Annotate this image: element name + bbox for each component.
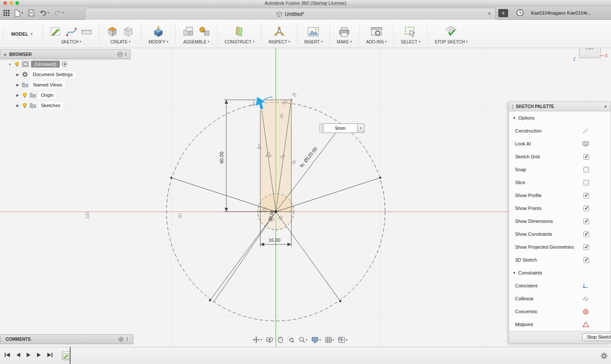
display-settings-tool[interactable]: ▾ xyxy=(312,337,321,343)
concentric-constraint-icon[interactable] xyxy=(583,308,589,315)
ribbon-group-create[interactable]: CREATE▾ xyxy=(99,20,141,48)
undo-button[interactable]: ▾ xyxy=(40,10,49,16)
tab-close-icon[interactable]: × xyxy=(488,10,491,17)
spline-icon[interactable] xyxy=(66,26,77,37)
browser-item-sketches[interactable]: ▶ Sketches xyxy=(0,100,130,111)
new-component-icon[interactable] xyxy=(182,25,194,37)
input-drag-handle[interactable] xyxy=(319,123,323,133)
tree-collapsed-icon[interactable]: ▶ xyxy=(15,104,20,108)
ribbon-group-modify[interactable]: MODIFY▾ xyxy=(142,20,175,48)
zoom-window-tool[interactable] xyxy=(287,336,294,343)
create-box-lattice-icon[interactable] xyxy=(122,25,134,37)
stop-sketch-button[interactable]: Stop Sketch xyxy=(582,333,611,341)
collinear-constraint-icon[interactable] xyxy=(583,296,589,302)
show-dimensions-checkbox[interactable]: ✓ xyxy=(583,219,589,224)
ribbon-group-addins[interactable]: ADD-INS▾ xyxy=(359,20,394,48)
ribbon-group-sketch[interactable]: SKETCH▾ xyxy=(43,20,99,48)
redo-button[interactable]: ▾ xyxy=(54,10,64,16)
tree-collapsed-icon[interactable]: ▶ xyxy=(15,93,20,97)
go-to-start-icon[interactable] xyxy=(4,352,10,358)
sketch-palette-header[interactable]: SKETCH PALETTE ► xyxy=(509,102,611,111)
visibility-bulb-icon[interactable] xyxy=(22,103,28,108)
look-at-icon[interactable] xyxy=(582,141,589,147)
timeline-position-marker[interactable] xyxy=(70,347,71,364)
tree-collapsed-icon[interactable]: ▶ xyxy=(15,83,20,87)
ribbon-group-select[interactable]: SELECT▾ xyxy=(394,20,427,48)
construction-line-icon[interactable] xyxy=(582,128,589,134)
visibility-bulb-icon[interactable] xyxy=(14,62,20,67)
ribbon-group-assemble[interactable]: ASSEMBLE▾ xyxy=(176,20,217,48)
palette-row-show-constraints[interactable]: Show Constraints ✓ xyxy=(509,228,611,241)
3d-print-icon[interactable] xyxy=(338,26,350,37)
zoom-tool[interactable]: ▾ xyxy=(299,336,308,343)
app-grid-icon[interactable] xyxy=(3,10,9,16)
snap-checkbox[interactable]: ✓ xyxy=(583,167,589,173)
ribbon-group-inspect[interactable]: INSPECT▾ xyxy=(262,20,297,48)
tree-collapsed-icon[interactable]: ▶ xyxy=(15,73,20,77)
visibility-bulb-icon[interactable] xyxy=(22,93,28,98)
pan-tool[interactable] xyxy=(277,336,283,343)
create-form-icon[interactable] xyxy=(106,25,118,37)
ribbon-group-make[interactable]: MAKE▾ xyxy=(330,20,359,48)
palette-row-sketch-grid[interactable]: Sketch Grid ✓ xyxy=(509,150,611,163)
comments-bar[interactable]: COMMENTS ⁞ xyxy=(0,334,133,344)
display-settings-icon[interactable] xyxy=(117,52,123,57)
step-back-icon[interactable] xyxy=(16,352,21,358)
timeline-settings-gear[interactable] xyxy=(601,352,608,361)
go-to-end-icon[interactable] xyxy=(47,352,53,358)
sketch-icon[interactable] xyxy=(50,25,62,37)
construction-plane-icon[interactable] xyxy=(233,25,245,37)
panel-expand-icon[interactable]: ► xyxy=(604,105,608,108)
collapse-panel-icon[interactable]: « xyxy=(4,52,6,57)
palette-section-constraints[interactable]: ▾ Constraints xyxy=(509,266,611,279)
palette-row-show-dimensions[interactable]: Show Dimensions ✓ xyxy=(509,215,611,228)
midpoint-constraint-icon[interactable] xyxy=(583,321,589,327)
joint-icon[interactable] xyxy=(198,25,210,37)
select-icon[interactable] xyxy=(404,26,417,37)
dimension-value-input[interactable] xyxy=(323,123,358,133)
browser-root-row[interactable]: ▾ (Unsaved) xyxy=(0,59,130,69)
sketch-grid-checkbox[interactable]: ✓ xyxy=(583,154,589,160)
palette-row-midpoint[interactable]: Midpoint xyxy=(509,318,611,331)
recent-activity-clock-icon[interactable] xyxy=(516,9,524,18)
browser-item-label[interactable]: Named Views xyxy=(31,81,65,88)
document-tab[interactable]: Untitled* × xyxy=(85,8,496,20)
browser-item-label[interactable]: Origin xyxy=(38,92,56,99)
show-projected-geometries-checkbox[interactable]: ✓ xyxy=(583,244,589,250)
viewports-tool[interactable]: ▾ xyxy=(338,337,348,343)
user-account-menu[interactable]: Kae0104nagano Kae0104r... xyxy=(531,6,591,20)
browser-item-named-views[interactable]: ▶ Named Views xyxy=(0,80,130,90)
browser-item-origin[interactable]: ▶ Origin xyxy=(0,90,130,100)
add-comment-icon[interactable] xyxy=(118,337,123,342)
profile-rectangle[interactable] xyxy=(260,100,291,212)
dimension-unit-dropdown[interactable]: ▾ xyxy=(358,123,364,133)
play-icon[interactable] xyxy=(26,352,31,358)
workspace-selector[interactable]: MODEL ▾ xyxy=(3,20,43,48)
slice-checkbox[interactable]: ✓ xyxy=(583,180,589,185)
browser-item-label[interactable]: Document Settings xyxy=(30,71,75,78)
dimension-width[interactable]: 16.00 xyxy=(268,238,281,243)
dimension-input-box[interactable]: ▾ xyxy=(319,123,364,133)
ribbon-group-insert[interactable]: INSERT▾ xyxy=(297,20,330,48)
palette-row-look-at[interactable]: Look At xyxy=(509,137,611,150)
show-points-checkbox[interactable]: ✓ xyxy=(583,206,589,211)
stop-sketch-icon[interactable] xyxy=(444,25,457,37)
step-forward-icon[interactable] xyxy=(37,352,41,358)
browser-item-label[interactable]: Sketches xyxy=(38,102,63,109)
coincident-constraint-icon[interactable] xyxy=(583,283,589,289)
sketch-dimension-icon[interactable] xyxy=(81,26,92,37)
new-tab-button[interactable]: + xyxy=(498,9,508,17)
3d-sketch-checkbox[interactable]: ✓ xyxy=(583,257,589,263)
browser-header[interactable]: « BROWSER ⁞ xyxy=(0,49,130,59)
measure-icon[interactable] xyxy=(273,25,286,37)
show-profile-checkbox[interactable]: ✓ xyxy=(583,193,589,198)
show-constraints-checkbox[interactable]: ✓ xyxy=(583,231,589,237)
file-menu-button[interactable]: ▾ xyxy=(14,9,23,17)
browser-item-document-settings[interactable]: ▶ Document Settings xyxy=(0,69,130,80)
timeline-sketch-feature[interactable] xyxy=(62,352,70,360)
look-at-tool[interactable] xyxy=(266,337,273,342)
document-root-label[interactable]: (Unsaved) xyxy=(31,61,60,68)
press-pull-icon[interactable] xyxy=(152,25,164,37)
tree-expanded-icon[interactable]: ▾ xyxy=(8,62,12,66)
save-button[interactable] xyxy=(28,9,35,16)
